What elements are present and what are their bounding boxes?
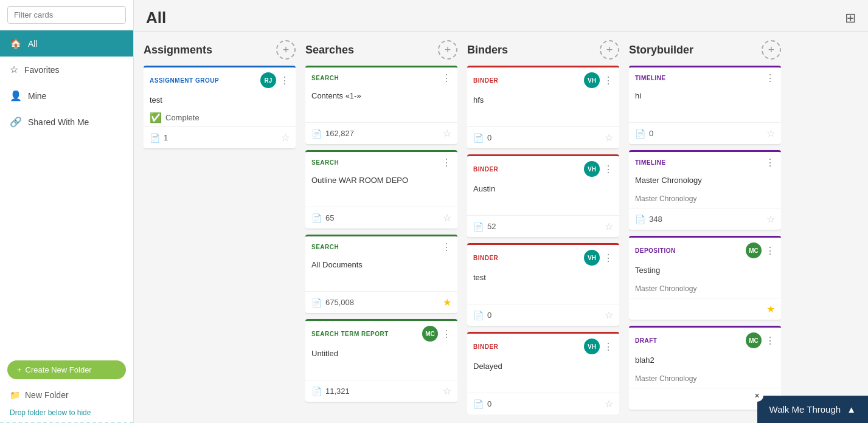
card-menu-button[interactable]: ⋮ <box>603 163 613 175</box>
card-menu-button[interactable]: ⋮ <box>442 328 451 340</box>
card[interactable]: TIMELINE ⋮ hi 📄 0 ☆ <box>629 66 781 144</box>
card-subtitle: Master Chronology <box>635 282 775 295</box>
card[interactable]: BINDER VH ⋮ Delayed 📄 0 ☆ <box>467 332 619 414</box>
star-toggle[interactable]: ☆ <box>281 132 290 143</box>
card-header-right: MC ⋮ <box>746 332 775 348</box>
card-header-right: VH ⋮ <box>584 161 613 177</box>
star-toggle[interactable]: ★ <box>766 303 775 315</box>
card-type-label: SEARCH <box>311 244 339 250</box>
doc-icon: 📄 <box>635 129 645 139</box>
card-middle <box>305 273 457 291</box>
card-title: hfs <box>467 93 619 108</box>
card-menu-button[interactable]: ⋮ <box>765 157 775 168</box>
add-card-button-assignments[interactable]: + <box>276 40 296 60</box>
star-toggle[interactable]: ☆ <box>443 212 451 224</box>
card-menu-button[interactable]: ⋮ <box>442 241 451 253</box>
column-assignments: Assignments + ASSIGNMENT GROUP RJ ⋮ test… <box>144 40 296 414</box>
card[interactable]: ASSIGNMENT GROUP RJ ⋮ test ✅Complete 📄 1… <box>144 66 296 148</box>
card-header-right: MC ⋮ <box>746 242 775 258</box>
card-header-right: VH ⋮ <box>584 72 613 88</box>
card-middle <box>305 188 457 207</box>
card[interactable]: SEARCH ⋮ Outline WAR ROOM DEPO 📄 65 ☆ <box>305 150 457 229</box>
card-menu-button[interactable]: ⋮ <box>603 252 613 264</box>
star-toggle[interactable]: ☆ <box>766 128 775 139</box>
card-header: BINDER VH ⋮ <box>467 334 619 359</box>
count-value: 11,321 <box>325 387 350 396</box>
column-title-searches: Searches <box>305 44 354 57</box>
count-value: 0 <box>487 311 491 320</box>
card-header: BINDER VH ⋮ <box>467 67 619 93</box>
card-menu-button[interactable]: ⋮ <box>280 75 290 86</box>
main-header: All ⊞ <box>134 0 868 32</box>
add-card-button-searches[interactable]: + <box>438 40 457 60</box>
card-menu-button[interactable]: ⋮ <box>765 245 775 256</box>
new-folder-item[interactable]: 📁 New Folder <box>0 384 133 406</box>
card[interactable]: BINDER VH ⋮ test 📄 0 ☆ <box>467 243 619 326</box>
card-middle <box>305 362 457 380</box>
star-toggle[interactable]: ☆ <box>605 398 613 410</box>
card-middle <box>467 286 619 304</box>
column-header-binders: Binders + <box>467 40 619 60</box>
star-icon: ☆ <box>10 64 18 75</box>
count-value: 675,008 <box>325 298 354 307</box>
star-toggle[interactable]: ☆ <box>605 221 613 232</box>
card-title: hi <box>629 89 781 104</box>
card[interactable]: SEARCH TERM REPORT MC ⋮ Untitled 📄 11,32… <box>305 319 457 402</box>
sidebar-item-shared-label: Shared With Me <box>28 117 89 127</box>
card-menu-button[interactable]: ⋮ <box>603 75 613 86</box>
card-subtitle: Master Chronology <box>635 192 775 205</box>
sidebar-item-all[interactable]: 🏠 All <box>0 30 133 57</box>
card[interactable]: BINDER VH ⋮ Austin 📄 52 ☆ <box>467 154 619 237</box>
card[interactable]: BINDER VH ⋮ hfs 📄 0 ☆ <box>467 66 619 148</box>
sidebar-item-shared[interactable]: 🔗 Shared With Me <box>0 109 133 135</box>
sidebar-item-favorites[interactable]: ☆ Favorites <box>0 57 133 83</box>
card-title: Delayed <box>467 359 619 374</box>
main-content: All ⊞ Assignments + ASSIGNMENT GROUP RJ … <box>134 0 868 423</box>
star-toggle[interactable]: ☆ <box>443 128 451 139</box>
card-count: 📄 348 <box>635 215 662 224</box>
column-header-storybuilder: Storybuilder + <box>629 40 781 60</box>
card-menu-button[interactable]: ⋮ <box>765 72 775 84</box>
star-toggle[interactable]: ☆ <box>443 385 451 397</box>
star-toggle[interactable]: ★ <box>443 297 451 308</box>
card-menu-button[interactable]: ⋮ <box>603 341 613 352</box>
card-header: BINDER VH ⋮ <box>467 245 619 270</box>
card-footer: 📄 348 ☆ <box>629 208 781 230</box>
card-count: 📄 52 <box>473 222 496 232</box>
sidebar-filter-area <box>0 0 133 30</box>
card-footer: 📄 1 ☆ <box>144 126 296 148</box>
add-card-button-binders[interactable]: + <box>600 40 619 60</box>
star-toggle[interactable]: ☆ <box>605 132 613 143</box>
card-middle <box>629 104 781 122</box>
walk-me-through-bar[interactable]: ✕ Walk Me Through ▲ <box>757 396 868 423</box>
card-menu-button[interactable]: ⋮ <box>442 72 451 84</box>
card-type-label: SEARCH <box>311 75 339 81</box>
card-header: SEARCH ⋮ <box>305 236 457 258</box>
card-count: 📄 1 <box>150 133 168 143</box>
grid-view-icon[interactable]: ⊞ <box>845 10 856 26</box>
column-searches: Searches + SEARCH ⋮ Contents «1-» 📄 162,… <box>305 40 457 414</box>
doc-icon: 📄 <box>473 222 484 232</box>
card[interactable]: SEARCH ⋮ All Documents 📄 675,008 ★ <box>305 235 457 313</box>
card-menu-button[interactable]: ⋮ <box>442 157 451 168</box>
card-header-right: RJ ⋮ <box>260 72 290 88</box>
create-new-folder-button[interactable]: + Create New Folder <box>7 360 126 379</box>
home-icon: 🏠 <box>10 38 22 49</box>
star-toggle[interactable]: ☆ <box>766 213 775 225</box>
page-title: All <box>146 9 166 27</box>
column-header-searches: Searches + <box>305 40 457 60</box>
card[interactable]: DEPOSITION MC ⋮ Testing Master Chronolog… <box>629 236 781 320</box>
status-label: Complete <box>165 113 200 122</box>
filter-cards-input[interactable] <box>7 6 126 24</box>
sidebar-item-mine[interactable]: 👤 Mine <box>0 83 133 109</box>
add-card-button-storybuilder[interactable]: + <box>762 40 781 60</box>
new-folder-label: New Folder <box>25 390 69 400</box>
star-toggle[interactable]: ☆ <box>605 309 613 321</box>
doc-icon: 📄 <box>473 311 484 320</box>
card[interactable]: SEARCH ⋮ Contents «1-» 📄 162,827 ☆ <box>305 66 457 144</box>
walk-me-through-close[interactable]: ✕ <box>751 390 763 402</box>
card-menu-button[interactable]: ⋮ <box>765 335 775 346</box>
card-status: ✅Complete <box>150 112 290 123</box>
avatar: RJ <box>260 72 276 88</box>
card[interactable]: TIMELINE ⋮ Master Chronology Master Chro… <box>629 150 781 230</box>
